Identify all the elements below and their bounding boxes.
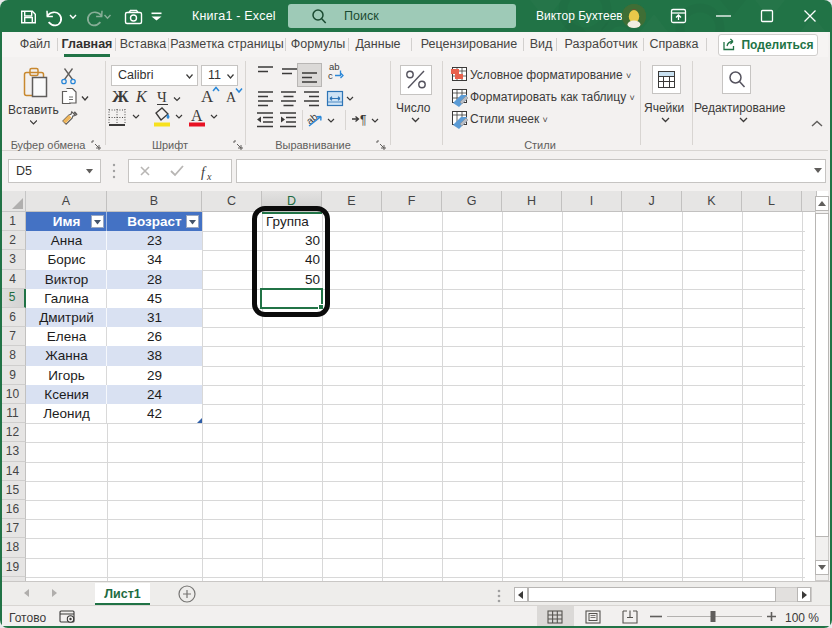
svg-text:¶: ¶ bbox=[360, 113, 366, 127]
svg-text:Ж: Ж bbox=[112, 87, 129, 106]
svg-text:c: c bbox=[328, 70, 333, 81]
svg-text:Ч: Ч bbox=[157, 89, 167, 105]
svg-text:x: x bbox=[206, 171, 212, 182]
svg-text:А: А bbox=[201, 87, 214, 106]
svg-text:А: А bbox=[191, 107, 203, 124]
svg-text:К: К bbox=[135, 88, 148, 105]
svg-text:А: А bbox=[226, 90, 237, 105]
